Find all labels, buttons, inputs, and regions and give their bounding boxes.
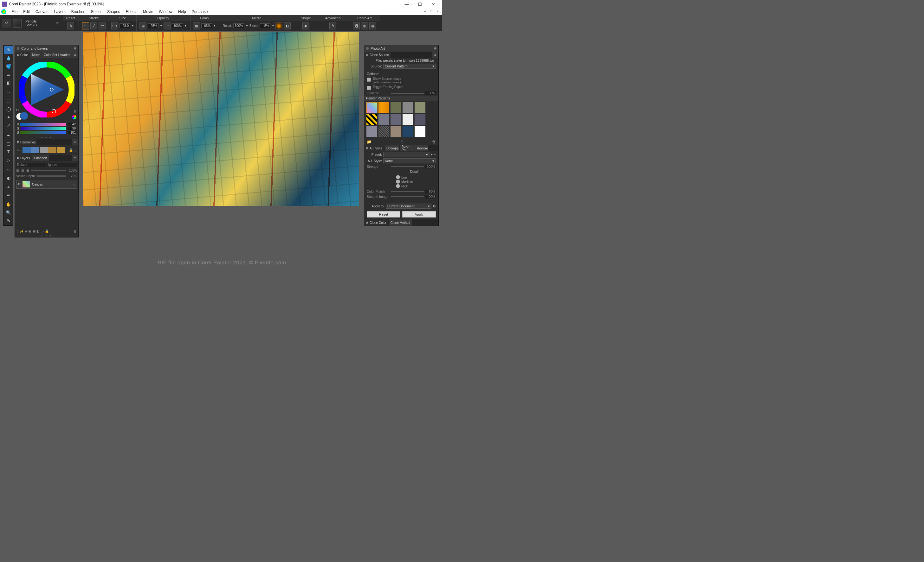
- photoart-btn3[interactable]: ▦: [369, 22, 376, 30]
- depth-slider[interactable]: [37, 175, 66, 177]
- pattern-cell[interactable]: [402, 126, 414, 138]
- harmony-type-icon[interactable]: ○─: [17, 148, 21, 152]
- red-slider[interactable]: [20, 123, 66, 126]
- strength-slider[interactable]: [391, 166, 424, 167]
- blend-mode[interactable]: Default: [16, 163, 46, 167]
- pattern-options-icon[interactable]: ⊞: [400, 140, 404, 144]
- hand-tool[interactable]: ✋: [4, 200, 13, 208]
- layer-opacity-value[interactable]: 100%: [67, 169, 77, 172]
- tab-mixer[interactable]: Mixer: [30, 52, 42, 58]
- panel-grip[interactable]: [366, 47, 369, 50]
- harmony-swatch[interactable]: [31, 147, 39, 153]
- menu-purchase[interactable]: Purchase: [189, 9, 210, 15]
- shape-tool[interactable]: ▢: [4, 140, 13, 148]
- tab-clone-method[interactable]: Clone Method: [388, 220, 412, 226]
- panel-menu-icon[interactable]: ≡: [434, 46, 436, 51]
- red-value[interactable]: 42: [68, 123, 76, 126]
- pattern-cell[interactable]: [366, 126, 378, 138]
- colormatch-slider[interactable]: [391, 191, 424, 192]
- pattern-cell[interactable]: [378, 102, 390, 114]
- source-dropdown[interactable]: Current Pattern▾: [383, 64, 436, 69]
- shape-button[interactable]: ◉: [302, 22, 309, 30]
- eraser-tool[interactable]: ◧: [4, 79, 13, 87]
- selection-tool[interactable]: ▷: [4, 156, 13, 164]
- doc-minimize[interactable]: –: [424, 9, 429, 14]
- remove-preset-icon[interactable]: −: [434, 152, 436, 156]
- opacity-value[interactable]: 25%: [148, 24, 159, 28]
- color-options-icon[interactable]: ⊞: [74, 109, 76, 113]
- mirror-tool[interactable]: ⟁: [4, 182, 13, 190]
- harmonies-menu[interactable]: ≡: [72, 139, 78, 145]
- pattern-cell[interactable]: [390, 126, 402, 138]
- media-color-icon[interactable]: [276, 22, 282, 30]
- rotate-tool[interactable]: ↻: [4, 217, 13, 225]
- layer-icons[interactable]: ▦ ▩ ▣: [16, 169, 30, 172]
- harmony-swatch[interactable]: [22, 147, 31, 153]
- pattern-cell[interactable]: [414, 114, 426, 126]
- minimize-button[interactable]: —: [400, 0, 413, 8]
- tab-color[interactable]: ⊠Color: [15, 52, 30, 58]
- layer-fx-icon[interactable]: ✨: [20, 229, 24, 233]
- crop-tool[interactable]: ⤢: [4, 122, 13, 130]
- stroke-freehand[interactable]: 〰: [82, 22, 89, 30]
- photoart-btn2[interactable]: ◎: [361, 22, 368, 30]
- menu-layers[interactable]: Layers: [52, 9, 68, 15]
- menu-select[interactable]: Select: [88, 9, 104, 15]
- menu-canvas[interactable]: Canvas: [33, 9, 51, 15]
- tab-harmonies[interactable]: ⊠Harmonies: [15, 139, 38, 145]
- maximize-button[interactable]: ☐: [413, 0, 427, 8]
- brush-preview[interactable]: [13, 19, 21, 28]
- lasso-tool[interactable]: ◯: [4, 105, 13, 113]
- menu-shapes[interactable]: Shapes: [105, 9, 123, 15]
- add-icon[interactable]: ▯: [75, 148, 76, 152]
- gradient-tool[interactable]: ▭: [4, 70, 13, 79]
- delete-layer-icon[interactable]: 🗑: [73, 230, 77, 233]
- panel-resize-dots[interactable]: ● ● ●: [15, 234, 78, 237]
- opacity-icon2[interactable]: 〰: [164, 22, 171, 30]
- menu-brushes[interactable]: Brushes: [69, 9, 88, 15]
- menu-edit[interactable]: Edit: [21, 9, 32, 15]
- green-value[interactable]: 99: [68, 127, 76, 130]
- brush-tool[interactable]: ✎: [4, 46, 13, 54]
- photoart-btn1[interactable]: 🖼: [353, 22, 360, 30]
- menu-file[interactable]: File: [9, 9, 20, 15]
- opacity-value2[interactable]: 100%: [172, 24, 183, 28]
- reset-button[interactable]: Reset: [367, 211, 400, 218]
- blue-value[interactable]: 181: [68, 131, 76, 134]
- doc-restore[interactable]: ❐: [430, 9, 435, 14]
- stroke-line[interactable]: ╱: [90, 22, 98, 30]
- ignore-mode[interactable]: Ignore: [47, 163, 77, 167]
- wand-tool[interactable]: ✦: [4, 114, 13, 121]
- layer-lock-icon[interactable]: 🔒: [45, 229, 49, 233]
- pattern-cell[interactable]: [402, 102, 414, 114]
- stroke-curve[interactable]: 〜: [99, 22, 105, 30]
- panel-menu-icon[interactable]: ≡: [74, 46, 76, 51]
- panel-resize-dots[interactable]: ● ● ●: [15, 136, 78, 139]
- layer-mask-icon[interactable]: ▭: [40, 229, 44, 233]
- paintbucket-tool[interactable]: 🪣: [4, 62, 13, 70]
- tab-menu[interactable]: ≡: [72, 52, 78, 58]
- pattern-cell[interactable]: [378, 126, 390, 138]
- tab-autopaint[interactable]: Auto-Pai: [400, 145, 415, 151]
- doc-close[interactable]: ×: [437, 9, 441, 14]
- open-pattern-icon[interactable]: 📁: [367, 140, 372, 144]
- panel-grip[interactable]: [17, 47, 20, 50]
- add-preset-icon[interactable]: +: [431, 152, 433, 156]
- tool-cycle-button[interactable]: ↺: [2, 19, 11, 28]
- tab-clone-color[interactable]: ⊠Clone Color: [364, 220, 388, 226]
- tab-ai-style[interactable]: ⊠A.I. Style: [364, 145, 384, 151]
- color-wheel[interactable]: t↗ ⊞: [15, 58, 78, 121]
- layer-extra-icon[interactable]: ◇: [73, 183, 76, 186]
- tab-restore[interactable]: Restore: [415, 145, 428, 151]
- size-value[interactable]: 28.0: [120, 24, 130, 28]
- delete-pattern-icon[interactable]: 🗑: [432, 140, 436, 144]
- grain-value[interactable]: 65%: [201, 24, 212, 28]
- pattern-cell[interactable]: [414, 102, 426, 114]
- tab-channels[interactable]: Channels: [32, 155, 50, 161]
- cs-opacity-slider[interactable]: [391, 93, 424, 94]
- applyto-gear-icon[interactable]: ⚙: [433, 204, 436, 208]
- dodge-tool[interactable]: ◐: [4, 174, 13, 182]
- lock-icon[interactable]: 🔒: [69, 148, 73, 152]
- harmony-swatch[interactable]: [48, 147, 56, 153]
- layer-icon5[interactable]: ▣: [32, 229, 36, 233]
